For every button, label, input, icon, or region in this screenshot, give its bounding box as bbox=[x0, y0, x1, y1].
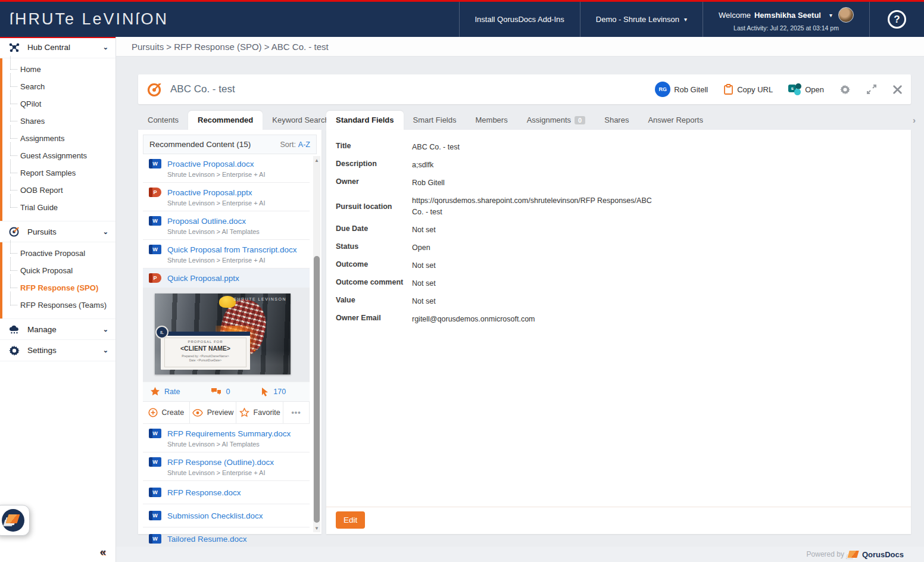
field-value: Not set bbox=[412, 296, 436, 307]
field-row: StatusOpen bbox=[336, 239, 901, 257]
sidebar-section-label: Pursuits bbox=[27, 227, 103, 236]
page-title: ABC Co. - test bbox=[170, 83, 639, 95]
close-button[interactable] bbox=[892, 85, 903, 95]
tab-contents[interactable]: Contents bbox=[138, 111, 188, 130]
more-options-button[interactable]: ••• bbox=[283, 402, 310, 423]
thumbnail-container: SHRUTE LEVINSON ſL PROPOSAL FOR <CLIENT … bbox=[143, 288, 310, 382]
sidebar-item-search[interactable]: Search bbox=[0, 78, 116, 95]
chevron-down-icon: ▾ bbox=[829, 12, 832, 18]
tab-shares[interactable]: Shares bbox=[595, 111, 638, 130]
field-value: https://qorusdemos.sharepoint.com/shrute… bbox=[412, 195, 662, 217]
sidebar-item-qpilot[interactable]: QPilot bbox=[0, 95, 116, 113]
list-item[interactable]: PProactive Proposal.pptx Shrute Levinson… bbox=[143, 183, 310, 211]
list-item[interactable]: WRFP Response.docx bbox=[143, 481, 310, 504]
comments-count[interactable]: 0 bbox=[211, 388, 230, 396]
views-count[interactable]: 170 bbox=[261, 388, 286, 396]
settings-gear-button[interactable] bbox=[839, 84, 851, 95]
tab-answer-reports[interactable]: Answer Reports bbox=[638, 111, 712, 130]
sidebar-item-shares[interactable]: Shares bbox=[0, 113, 116, 130]
edit-button[interactable]: Edit bbox=[336, 511, 365, 529]
list-item[interactable]: WRFP Requirements Summary.docx Shrute Le… bbox=[143, 424, 310, 452]
main-area: ABC Co. - test RG Rob Gitell Copy URL s … bbox=[116, 57, 924, 547]
pursuits-target-icon bbox=[8, 226, 20, 238]
field-row: OwnerRob Gitell bbox=[336, 174, 901, 192]
list-item[interactable]: WSubmission Checklist.docx bbox=[143, 504, 310, 527]
word-file-icon: W bbox=[149, 457, 161, 467]
breadcrumb[interactable]: Pursuits > RFP Response (SPO) > ABC Co. … bbox=[116, 37, 924, 57]
sidebar: Hub Central ⌄ Home Search QPilot Shares … bbox=[0, 37, 116, 562]
sidebar-item-quick-proposal[interactable]: Quick Proposal bbox=[0, 262, 116, 279]
chevron-down-icon: ▾ bbox=[684, 16, 687, 23]
settings-gear-icon bbox=[8, 345, 20, 357]
recommended-panel: Recommended Content (15) Sort: A-Z WProa… bbox=[138, 130, 321, 534]
sidebar-item-proactive-proposal[interactable]: Proactive Proposal bbox=[0, 245, 116, 262]
field-row: TitleABC Co. - test bbox=[336, 138, 901, 156]
rate-button[interactable]: Rate bbox=[150, 387, 180, 396]
content-tabs: Contents Recommended Keyword Search bbox=[138, 110, 339, 130]
top-red-line bbox=[0, 0, 924, 2]
tab-recommended[interactable]: Recommended bbox=[188, 111, 263, 130]
list-item[interactable]: WQuick Proposal from Transcript.docx Shr… bbox=[143, 240, 310, 268]
scrollbar-thumb[interactable] bbox=[314, 256, 320, 523]
eye-icon bbox=[192, 409, 203, 417]
scroll-down-arrow[interactable]: ▼ bbox=[313, 524, 320, 532]
sidebar-section-label: Settings bbox=[27, 346, 103, 355]
user-name: Hemshikha Seetul bbox=[754, 11, 821, 20]
list-item-expanded: P Quick Proposal.pptx SHRUTE LEVINSON ſL bbox=[143, 268, 310, 424]
qorusdocs-widget-button[interactable] bbox=[0, 505, 30, 536]
edit-footer: Edit bbox=[326, 507, 911, 534]
tabs-overflow-chevron[interactable]: › bbox=[913, 115, 916, 125]
owner-name: Rob Gitell bbox=[674, 85, 708, 94]
tenant-selector[interactable]: Demo - Shrute Levinson ▾ bbox=[580, 2, 703, 37]
user-avatar[interactable] bbox=[838, 7, 854, 23]
user-menu[interactable]: Welcome Hemshikha Seetul ▾ Last Activity… bbox=[703, 2, 869, 37]
copy-url-button[interactable]: Copy URL bbox=[723, 84, 773, 95]
sl-monogram-icon: ſL bbox=[155, 326, 168, 339]
list-scrollbar[interactable]: ▲ ▼ bbox=[313, 156, 320, 532]
sidebar-item-trial-guide[interactable]: Trial Guide bbox=[0, 199, 116, 216]
sidebar-section-pursuits[interactable]: Pursuits ⌄ bbox=[0, 221, 116, 242]
owner-chip[interactable]: RG Rob Gitell bbox=[655, 82, 708, 97]
tab-assignments[interactable]: Assignments0 bbox=[517, 111, 595, 130]
sidebar-item-report-samples[interactable]: Report Samples bbox=[0, 164, 116, 182]
expand-button[interactable] bbox=[866, 84, 877, 95]
scroll-up-arrow[interactable]: ▲ bbox=[313, 156, 320, 164]
sidebar-item-assignments[interactable]: Assignments bbox=[0, 130, 116, 147]
open-in-sharepoint-button[interactable]: s Open bbox=[788, 83, 824, 95]
tab-smart-fields[interactable]: Smart Fields bbox=[404, 111, 466, 130]
tab-members[interactable]: Members bbox=[466, 111, 517, 130]
sharepoint-icon: s bbox=[788, 83, 801, 95]
sidebar-item-rfp-response-spo[interactable]: RFP Response (SPO) bbox=[0, 279, 116, 296]
slide-thumbnail[interactable]: SHRUTE LEVINSON ſL PROPOSAL FOR <CLIENT … bbox=[155, 294, 291, 374]
pursuit-target-icon bbox=[146, 81, 163, 98]
list-item[interactable]: WProactive Proposal.docx Shrute Levinson… bbox=[143, 154, 310, 183]
qorusdocs-brand[interactable]: QorusDocs bbox=[862, 550, 904, 559]
sidebar-item-home[interactable]: Home bbox=[0, 61, 116, 78]
preview-button[interactable]: Preview bbox=[190, 402, 237, 423]
thumbnail-watermark: SHRUTE LEVINSON bbox=[233, 297, 286, 301]
list-item[interactable]: WProposal Outline.docx Shrute Levinson >… bbox=[143, 211, 310, 240]
field-row: OutcomeNot set bbox=[336, 257, 901, 274]
favorite-button[interactable]: Favorite bbox=[236, 402, 283, 423]
sidebar-item-rfp-responses-teams[interactable]: RFP Responses (Teams) bbox=[0, 296, 116, 314]
app-header: ſHRUTe LeVINſON Install QorusDocs Add-In… bbox=[0, 2, 924, 37]
list-item[interactable]: WRFP Response (Outline).docx Shrute Levi… bbox=[143, 452, 310, 481]
word-file-icon: W bbox=[149, 245, 161, 254]
sidebar-item-guest-assignments[interactable]: Guest Assignments bbox=[0, 147, 116, 164]
create-button[interactable]: Create bbox=[143, 402, 190, 423]
sidebar-item-oob-report[interactable]: OOB Report bbox=[0, 182, 116, 199]
help-button[interactable]: ? bbox=[869, 2, 924, 37]
help-icon: ? bbox=[888, 10, 906, 29]
sidebar-section-settings[interactable]: Settings ⌄ bbox=[0, 340, 116, 361]
sidebar-section-hub-central[interactable]: Hub Central ⌄ bbox=[0, 37, 116, 58]
powerpoint-file-icon: P bbox=[149, 273, 161, 283]
sidebar-collapse-button[interactable]: « bbox=[99, 545, 106, 558]
field-row: Outcome commentNot set bbox=[336, 274, 901, 292]
tab-standard-fields[interactable]: Standard Fields bbox=[326, 111, 404, 130]
sort-toggle[interactable]: A-Z bbox=[298, 140, 310, 149]
sidebar-section-manage[interactable]: Manage ⌄ bbox=[0, 319, 116, 340]
standard-fields-panel: TitleABC Co. - test Descriptiona;sdlfk O… bbox=[326, 130, 911, 534]
list-item[interactable]: P Quick Proposal.pptx bbox=[143, 268, 310, 288]
owner-avatar: RG bbox=[655, 82, 670, 97]
install-addins-link[interactable]: Install QorusDocs Add-Ins bbox=[459, 2, 580, 37]
